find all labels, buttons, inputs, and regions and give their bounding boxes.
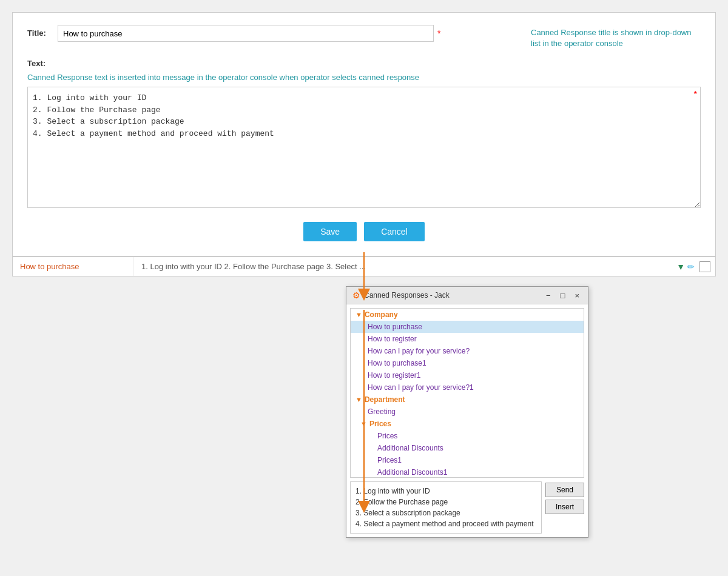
expand-icon-prices: ▼ [360, 420, 367, 427]
canned-response-icon: ⚙ [352, 290, 360, 300]
text-section: Text: Canned Response text is inserted i… [27, 59, 701, 210]
close-button[interactable]: × [572, 291, 582, 300]
text-label: Text: [27, 59, 701, 68]
popup-controls: − □ × [544, 291, 582, 300]
row-checkbox[interactable] [699, 261, 710, 272]
button-row: Save Cancel [27, 222, 701, 241]
send-button[interactable]: Send [545, 483, 584, 497]
popup-tree[interactable]: ▼Company How to purchase How to register… [350, 308, 584, 478]
tree-item-how-to-purchase1[interactable]: How to purchase1 [351, 357, 584, 369]
title-required-star: * [437, 28, 440, 38]
tree-item-how-to-register1[interactable]: How to register1 [351, 369, 584, 381]
popup-window: ⚙ Canned Responses - Jack − □ × ▼Company… [346, 286, 588, 538]
title-input-wrap: * [58, 25, 519, 42]
list-actions: ▼ ✏ [672, 261, 715, 272]
preview-line-2: 2. Follow the Purchase page [356, 497, 536, 507]
tree-category-company[interactable]: ▼Company [351, 309, 584, 321]
dropdown-icon[interactable]: ▼ [676, 262, 685, 272]
tree-item-how-to-register[interactable]: How to register [351, 333, 584, 345]
preview-line-3: 3. Select a subscription package [356, 507, 536, 518]
tree-item-how-to-purchase[interactable]: How to purchase [351, 321, 584, 333]
popup-titlebar: ⚙ Canned Responses - Jack − □ × [346, 287, 588, 304]
tree-category-prices[interactable]: ▼Prices [351, 418, 584, 430]
cancel-button[interactable]: Cancel [364, 222, 425, 241]
popup-bottom: 1. Log into with your ID 2. Follow the P… [350, 481, 584, 534]
tree-item-how-can-i-pay1[interactable]: How can I pay for your service?1 [351, 381, 584, 393]
tree-item-prices[interactable]: Prices [351, 430, 584, 442]
tree-item-greeting[interactable]: Greeting [351, 406, 584, 418]
tree-item-prices1[interactable]: Prices1 [351, 454, 584, 466]
preview-line-4: 4. Select a payment method and proceed w… [356, 518, 536, 529]
minimize-button[interactable]: − [544, 291, 553, 300]
expand-icon-company: ▼ [356, 311, 362, 318]
title-input[interactable] [58, 25, 434, 42]
title-label: Title: [27, 25, 58, 38]
maximize-button[interactable]: □ [558, 291, 568, 300]
popup-overlay: ⚙ Canned Responses - Jack − □ × ▼Company… [12, 286, 716, 538]
tree-item-how-can-i-pay[interactable]: How can I pay for your service? [351, 345, 584, 357]
expand-icon-department: ▼ [356, 396, 362, 403]
textarea-wrap: 1. Log into with your ID 2. Follow the P… [27, 87, 701, 210]
text-hint: Canned Response text is inserted into me… [27, 73, 701, 82]
tree-item-additional-discounts1[interactable]: Additional Discounts1 [351, 466, 584, 478]
insert-button[interactable]: Insert [545, 500, 584, 514]
text-area[interactable]: 1. Log into with your ID 2. Follow the P… [27, 87, 701, 208]
save-button[interactable]: Save [303, 222, 357, 241]
preview-box: 1. Log into with your ID 2. Follow the P… [350, 481, 542, 534]
list-row-preview: 1. Log into with your ID 2. Follow the P… [134, 257, 672, 276]
popup-title-text: Canned Responses - Jack [364, 291, 450, 300]
popup-action-buttons: Send Insert [545, 481, 584, 534]
title-hint: Canned Response title is shown in drop-d… [531, 25, 701, 49]
list-row: How to purchase 1. Log into with your ID… [12, 256, 716, 276]
textarea-required-star: * [694, 89, 697, 99]
tree-item-additional-discounts[interactable]: Additional Discounts [351, 442, 584, 454]
edit-panel: Title: * Canned Response title is shown … [12, 12, 716, 256]
title-row: Title: * Canned Response title is shown … [27, 25, 701, 49]
list-row-title: How to purchase [13, 257, 134, 276]
edit-icon[interactable]: ✏ [687, 262, 695, 272]
tree-category-department[interactable]: ▼Department [351, 393, 584, 406]
preview-line-1: 1. Log into with your ID [356, 486, 536, 497]
popup-title-area: ⚙ Canned Responses - Jack [352, 290, 450, 300]
